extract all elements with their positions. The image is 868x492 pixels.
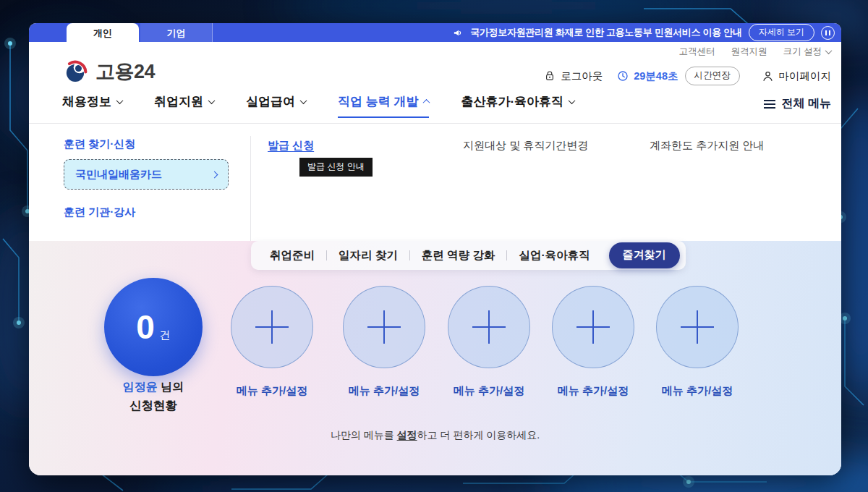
dropdown-link-account-limit[interactable]: 계좌한도 추가지원 안내 <box>650 139 764 153</box>
quick-menu-section: 취업준비 일자리 찾기 훈련 역량 강화 실업·육아휴직 즐겨찾기 0 건 임정… <box>29 241 841 475</box>
add-menu-label-3[interactable]: 메뉴 추가/설정 <box>448 384 530 398</box>
quick-tab-training[interactable]: 훈련 역량 강화 <box>410 248 507 263</box>
top-bar: 개인 기업 국가정보자원관리원 화재로 인한 고용노동부 민원서비스 이용 안내… <box>29 23 841 42</box>
gov-emblem-icon <box>62 59 88 85</box>
chevron-right-icon <box>211 171 218 178</box>
session-timer: 29분48초 <box>617 69 678 83</box>
site-logo[interactable]: 고용24 <box>62 59 155 85</box>
chevron-down-icon <box>208 97 216 104</box>
main-window: 개인 기업 국가정보자원관리원 화재로 인한 고용노동부 민원서비스 이용 안내… <box>29 23 841 475</box>
plus-icon <box>255 310 289 344</box>
notice-detail-button[interactable]: 자세히 보기 <box>749 24 814 41</box>
application-status-label: 임정윤 님의 신청현황 <box>90 378 217 415</box>
chevron-down-icon <box>569 97 576 104</box>
dropdown-link-issue-application[interactable]: 발급 신청 <box>268 139 314 153</box>
size-setting-link[interactable]: 크기 설정 <box>783 46 831 58</box>
main-nav: 채용정보 취업지원 실업급여 직업 능력 개발 출산휴가·육아휴직 <box>62 93 574 118</box>
dropdown-link-support-target[interactable]: 지원대상 및 휴직기간변경 <box>463 139 588 153</box>
quick-tab-bar: 취업준비 일자리 찾기 훈련 역량 강화 실업·육아휴직 즐겨찾기 <box>251 241 686 270</box>
quick-tab-unemployment-childcare[interactable]: 실업·육아휴직 <box>507 248 601 263</box>
plus-icon <box>681 310 714 344</box>
quick-tab-job-search[interactable]: 일자리 찾기 <box>327 248 409 263</box>
add-menu-circle-3[interactable] <box>448 286 530 368</box>
pause-icon[interactable] <box>821 26 835 40</box>
chevron-down-icon <box>116 97 124 104</box>
customer-center-link[interactable]: 고객센터 <box>679 46 715 58</box>
dropdown-item-training-institution[interactable]: 훈련 기관·강사 <box>64 205 135 219</box>
application-count: 0 <box>136 310 155 344</box>
logo-text: 고용24 <box>95 59 155 85</box>
application-count-unit: 건 <box>160 328 171 342</box>
tab-business[interactable]: 기업 <box>140 23 213 42</box>
plus-icon <box>576 310 610 344</box>
quick-menu-hint: 나만의 메뉴를 설정하고 더 편하게 이용하세요. <box>29 429 841 442</box>
plus-icon <box>472 310 506 344</box>
nav-item-maternity-leave[interactable]: 출산휴가·육아휴직 <box>461 93 574 118</box>
nav-item-employment-support[interactable]: 취업지원 <box>154 93 214 118</box>
dropdown-divider <box>250 136 251 243</box>
megaphone-icon <box>453 27 464 38</box>
lock-icon <box>544 70 556 82</box>
user-icon <box>762 70 774 82</box>
header-divider <box>29 123 841 124</box>
nav-item-recruit[interactable]: 채용정보 <box>62 93 122 118</box>
notice-text: 국가정보자원관리원 화재로 인한 고용노동부 민원서비스 이용 안내 <box>470 26 741 39</box>
application-status-circle[interactable]: 0 건 <box>104 278 203 376</box>
remote-support-link[interactable]: 원격지원 <box>731 46 767 58</box>
add-menu-circle-2[interactable] <box>343 286 425 368</box>
tab-personal[interactable]: 개인 <box>67 23 139 42</box>
extend-time-button[interactable]: 시간연장 <box>685 67 740 85</box>
quick-tab-job-prep[interactable]: 취업준비 <box>258 248 326 263</box>
add-menu-label-2[interactable]: 메뉴 추가/설정 <box>343 384 425 398</box>
nav-item-vocational-training[interactable]: 직업 능력 개발 <box>338 93 429 118</box>
add-menu-label-1[interactable]: 메뉴 추가/설정 <box>231 384 313 398</box>
all-menu-button[interactable]: 전체 메뉴 <box>764 96 831 111</box>
add-menu-circle-4[interactable] <box>552 286 634 368</box>
account-bar: 로그아웃 29분48초 시간연장 마이페이지 <box>544 67 831 85</box>
add-menu-label-4[interactable]: 메뉴 추가/설정 <box>552 384 634 398</box>
clock-icon <box>617 70 629 82</box>
plus-icon <box>367 310 401 344</box>
chevron-down-icon <box>300 97 307 104</box>
mypage-link[interactable]: 마이페이지 <box>762 69 832 83</box>
dropdown-item-tomorrow-learning-card[interactable]: 국민내일배움카드 <box>64 159 229 190</box>
add-menu-circle-1[interactable] <box>231 286 313 368</box>
nav-item-unemployment-benefit[interactable]: 실업급여 <box>246 93 306 118</box>
notice-banner: 국가정보자원관리원 화재로 인한 고용노동부 민원서비스 이용 안내 자세히 보… <box>453 23 835 42</box>
issue-application-tooltip: 발급 신청 안내 <box>299 158 373 177</box>
dropdown-item-find-training[interactable]: 훈련 찾기·신청 <box>64 137 135 151</box>
hamburger-icon <box>764 100 775 109</box>
add-menu-circle-5[interactable] <box>656 286 739 368</box>
chevron-up-icon <box>423 99 430 106</box>
quick-tab-favorites[interactable]: 즐겨찾기 <box>609 242 680 268</box>
utility-links: 고객센터 원격지원 크기 설정 <box>679 46 831 58</box>
logout-button[interactable]: 로그아웃 <box>544 69 603 83</box>
add-menu-label-5[interactable]: 메뉴 추가/설정 <box>656 384 739 398</box>
chevron-down-icon <box>825 47 833 54</box>
